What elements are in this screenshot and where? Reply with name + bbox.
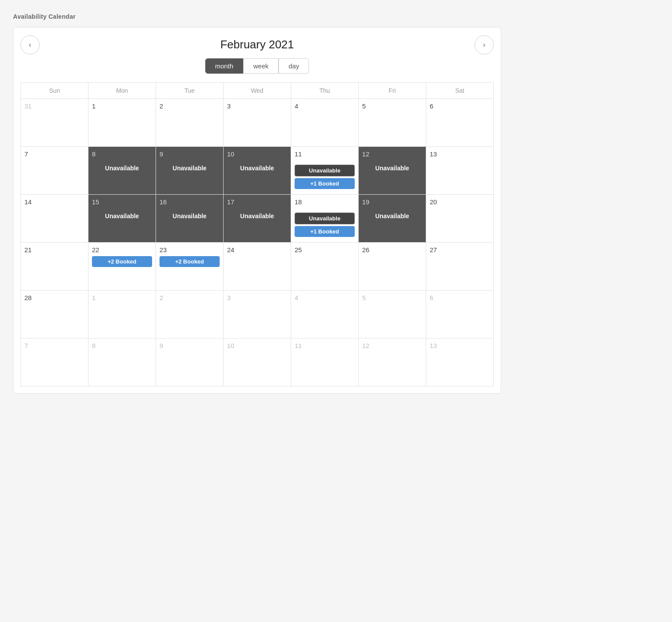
calendar-cell[interactable]: 16Unavailable (156, 195, 224, 243)
calendar-cell[interactable]: 6 (426, 99, 494, 147)
calendar-cell[interactable]: 2 (156, 291, 224, 338)
day-view-button[interactable]: day (278, 58, 309, 74)
day-number: 9 (160, 150, 220, 158)
booked-badge[interactable]: +1 Booked (295, 178, 355, 189)
calendar-cell[interactable]: 19Unavailable (359, 195, 426, 243)
day-number: 20 (430, 198, 490, 206)
calendar-cell[interactable]: 23+2 Booked (156, 243, 224, 291)
day-number: 16 (160, 198, 220, 206)
prev-month-button[interactable]: ‹ (20, 35, 40, 54)
day-number: 5 (362, 294, 422, 301)
unavailable-label: Unavailable (160, 165, 220, 172)
calendar-row: 28123456 (21, 291, 494, 338)
day-number: 23 (160, 246, 220, 254)
day-number: 31 (24, 102, 85, 110)
calendar-cell[interactable]: 7 (21, 338, 88, 386)
day-number: 12 (362, 150, 422, 158)
calendar-cell[interactable]: 22+2 Booked (88, 243, 156, 291)
day-number: 1 (92, 294, 152, 301)
calendar-cell[interactable]: 9Unavailable (156, 147, 224, 195)
calendar-row: 2122+2 Booked23+2 Booked24252627 (21, 243, 494, 291)
calendar-row: 78910111213 (21, 338, 494, 386)
calendar-cell[interactable]: 15Unavailable (88, 195, 156, 243)
booked-badge[interactable]: +2 Booked (160, 256, 220, 267)
calendar-cell[interactable]: 10Unavailable (224, 147, 291, 195)
next-month-button[interactable]: › (475, 35, 494, 54)
day-number: 6 (430, 294, 490, 301)
calendar-cell[interactable]: 28 (21, 291, 88, 338)
calendar-cell[interactable]: 9 (156, 338, 224, 386)
weekday-header-fri: Fri (359, 83, 426, 99)
unavailable-label: Unavailable (362, 213, 422, 220)
calendar-cell[interactable]: 24 (224, 243, 291, 291)
calendar-cell[interactable]: 8Unavailable (88, 147, 156, 195)
calendar-cell[interactable]: 18Unavailable+1 Booked (291, 195, 359, 243)
weekday-header-thu: Thu (291, 83, 359, 99)
calendar-cell[interactable]: 14 (21, 195, 88, 243)
day-number: 26 (362, 246, 422, 254)
calendar-cell[interactable]: 8 (88, 338, 156, 386)
calendar-cell[interactable]: 27 (426, 243, 494, 291)
calendar-cell[interactable]: 11Unavailable+1 Booked (291, 147, 359, 195)
day-number: 8 (92, 150, 152, 158)
calendar-cell[interactable]: 5 (359, 291, 426, 338)
calendar-cell[interactable]: 12Unavailable (359, 147, 426, 195)
calendar-cell[interactable]: 26 (359, 243, 426, 291)
day-number: 27 (430, 246, 490, 254)
day-number: 21 (24, 246, 85, 254)
unavailable-label: Unavailable (92, 165, 152, 172)
calendar-cell[interactable]: 5 (359, 99, 426, 147)
weekday-header-wed: Wed (224, 83, 291, 99)
day-number: 5 (362, 102, 422, 110)
calendar-cell[interactable]: 21 (21, 243, 88, 291)
day-number: 22 (92, 246, 152, 254)
calendar-cell[interactable]: 7 (21, 147, 88, 195)
day-number: 13 (430, 150, 490, 158)
weekday-header-row: SunMonTueWedThuFriSat (21, 83, 494, 99)
day-number: 14 (24, 198, 85, 206)
calendar-cell[interactable]: 6 (426, 291, 494, 338)
unavailable-badge: Unavailable (295, 165, 355, 176)
week-view-button[interactable]: week (243, 58, 278, 74)
calendar-cell[interactable]: 3 (224, 99, 291, 147)
calendar-cell[interactable]: 1 (88, 291, 156, 338)
day-number: 11 (295, 150, 355, 158)
calendar-cell[interactable]: 10 (224, 338, 291, 386)
weekday-header-sun: Sun (21, 83, 88, 99)
weekday-header-tue: Tue (156, 83, 224, 99)
calendar-cell[interactable]: 4 (291, 291, 359, 338)
calendar-cell[interactable]: 3 (224, 291, 291, 338)
day-number: 19 (362, 198, 422, 206)
booked-badge[interactable]: +2 Booked (92, 256, 152, 267)
calendar-grid: SunMonTueWedThuFriSat 3112345678Unavaila… (20, 82, 494, 386)
view-toggle: month week day (20, 58, 494, 74)
calendar-cell[interactable]: 25 (291, 243, 359, 291)
calendar-cell[interactable]: 2 (156, 99, 224, 147)
calendar-cell[interactable]: 17Unavailable (224, 195, 291, 243)
calendar-cell[interactable]: 13 (426, 338, 494, 386)
day-number: 3 (227, 102, 287, 110)
day-number: 9 (160, 342, 220, 349)
day-number: 18 (295, 198, 355, 206)
unavailable-label: Unavailable (362, 165, 422, 172)
calendar-row: 31123456 (21, 99, 494, 147)
month-view-button[interactable]: month (205, 58, 244, 74)
day-number: 28 (24, 294, 85, 301)
weekday-header-mon: Mon (88, 83, 156, 99)
calendar-cell[interactable]: 13 (426, 147, 494, 195)
unavailable-badge: Unavailable (295, 213, 355, 224)
calendar-cell[interactable]: 4 (291, 99, 359, 147)
calendar-cell[interactable]: 20 (426, 195, 494, 243)
calendar-cell[interactable]: 11 (291, 338, 359, 386)
month-title: February 2021 (220, 38, 294, 51)
unavailable-label: Unavailable (227, 165, 287, 172)
calendar-cell[interactable]: 31 (21, 99, 88, 147)
day-number: 2 (160, 102, 220, 110)
day-number: 7 (24, 150, 85, 158)
day-number: 4 (295, 102, 355, 110)
day-number: 2 (160, 294, 220, 301)
calendar-cell[interactable]: 1 (88, 99, 156, 147)
booked-badge[interactable]: +1 Booked (295, 226, 355, 237)
day-number: 10 (227, 150, 287, 158)
calendar-cell[interactable]: 12 (359, 338, 426, 386)
